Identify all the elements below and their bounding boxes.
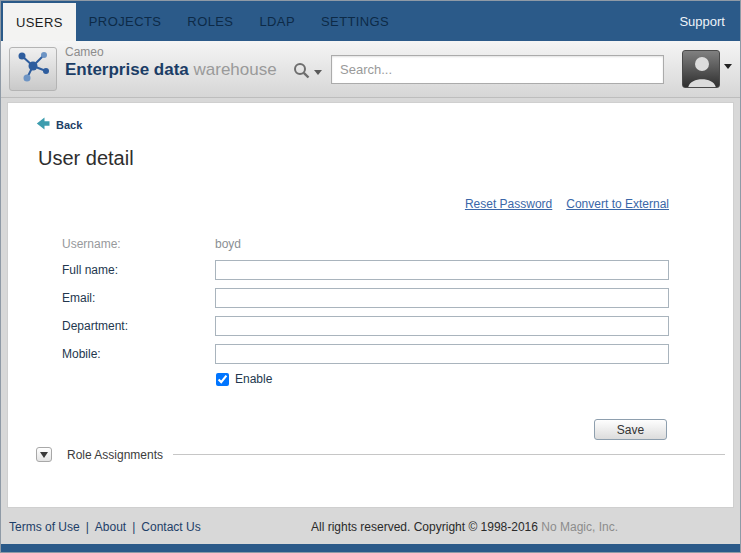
back-arrow-icon — [36, 117, 50, 132]
molecule-icon — [15, 50, 51, 88]
role-assignments-section: Role Assignments — [36, 447, 725, 462]
brand-cameo: Cameo — [65, 46, 277, 60]
section-divider — [173, 454, 725, 455]
page-background: Back User detail Reset Password Convert … — [1, 98, 740, 544]
role-assignments-toggle[interactable] — [36, 447, 52, 462]
copyright-company: No Magic, Inc. — [541, 520, 618, 534]
tab-ldap[interactable]: LDAP — [246, 1, 308, 41]
department-label: Department: — [62, 316, 215, 333]
tab-settings-label: SETTINGS — [321, 14, 389, 29]
footer-links: Terms of Use | About | Contact Us — [9, 520, 201, 534]
avatar-menu-caret[interactable] — [724, 69, 732, 87]
search-icon — [293, 62, 310, 83]
user-avatar-button[interactable] — [682, 50, 720, 88]
chevron-down-icon — [724, 64, 732, 86]
brand-enterprise-data: Enterprise data — [65, 60, 189, 79]
bottom-accent-bar — [1, 544, 740, 552]
username-label: Username: — [62, 234, 215, 251]
enable-row: Enable — [216, 372, 272, 386]
top-nav: USERS PROJECTS ROLES LDAP SETTINGS Suppo… — [1, 1, 740, 41]
save-button[interactable]: Save — [594, 419, 667, 440]
user-detail-panel: Back User detail Reset Password Convert … — [7, 102, 734, 508]
footer: Terms of Use | About | Contact Us All ri… — [1, 510, 740, 544]
enable-label: Enable — [235, 372, 272, 386]
tab-roles-label: ROLES — [187, 14, 233, 29]
mobile-label: Mobile: — [62, 344, 215, 361]
search-input[interactable] — [331, 55, 664, 84]
person-icon — [683, 75, 720, 88]
tab-users[interactable]: USERS — [3, 3, 76, 41]
role-assignments-label: Role Assignments — [67, 448, 163, 462]
support-label: Support — [679, 14, 725, 29]
full-name-field[interactable] — [215, 260, 669, 280]
email-field[interactable] — [215, 288, 669, 308]
header: Cameo Enterprise data warehouse — [1, 41, 740, 98]
username-row: Username: boyd — [62, 234, 669, 251]
support-link[interactable]: Support — [664, 1, 740, 41]
email-row: Email: — [62, 288, 669, 308]
app-window: USERS PROJECTS ROLES LDAP SETTINGS Suppo… — [0, 0, 741, 553]
chevron-down-icon — [314, 70, 322, 75]
search-scope-dropdown[interactable] — [293, 62, 322, 83]
page-title: User detail — [38, 147, 134, 170]
tab-roles[interactable]: ROLES — [174, 1, 246, 41]
tab-projects[interactable]: PROJECTS — [76, 1, 175, 41]
app-logo — [9, 47, 57, 91]
brand-warehouse: warehouse — [194, 60, 277, 79]
terms-of-use-link[interactable]: Terms of Use — [9, 520, 80, 534]
department-field[interactable] — [215, 316, 669, 336]
footer-separator: | — [86, 520, 89, 534]
username-value: boyd — [215, 234, 241, 251]
back-button[interactable]: Back — [36, 117, 82, 132]
full-name-label: Full name: — [62, 260, 215, 277]
action-links: Reset Password Convert to External — [465, 197, 669, 211]
reset-password-link[interactable]: Reset Password — [465, 197, 552, 211]
email-label: Email: — [62, 288, 215, 305]
brand-text: Cameo Enterprise data warehouse — [65, 46, 277, 79]
convert-to-external-link[interactable]: Convert to External — [566, 197, 669, 211]
tab-users-label: USERS — [16, 15, 63, 30]
department-row: Department: — [62, 316, 669, 336]
contact-us-link[interactable]: Contact Us — [141, 520, 200, 534]
about-link[interactable]: About — [95, 520, 126, 534]
tab-projects-label: PROJECTS — [89, 14, 162, 29]
footer-separator: | — [132, 520, 135, 534]
mobile-row: Mobile: — [62, 344, 669, 364]
enable-checkbox[interactable] — [216, 373, 229, 386]
copyright-text: All rights reserved. Copyright © 1998-20… — [311, 520, 618, 534]
triangle-down-icon — [40, 452, 48, 458]
mobile-field[interactable] — [215, 344, 669, 364]
full-name-row: Full name: — [62, 260, 669, 280]
back-label: Back — [56, 119, 82, 131]
tab-settings[interactable]: SETTINGS — [308, 1, 402, 41]
copyright-dark: All rights reserved. Copyright © 1998-20… — [311, 520, 538, 534]
tab-ldap-label: LDAP — [259, 14, 295, 29]
